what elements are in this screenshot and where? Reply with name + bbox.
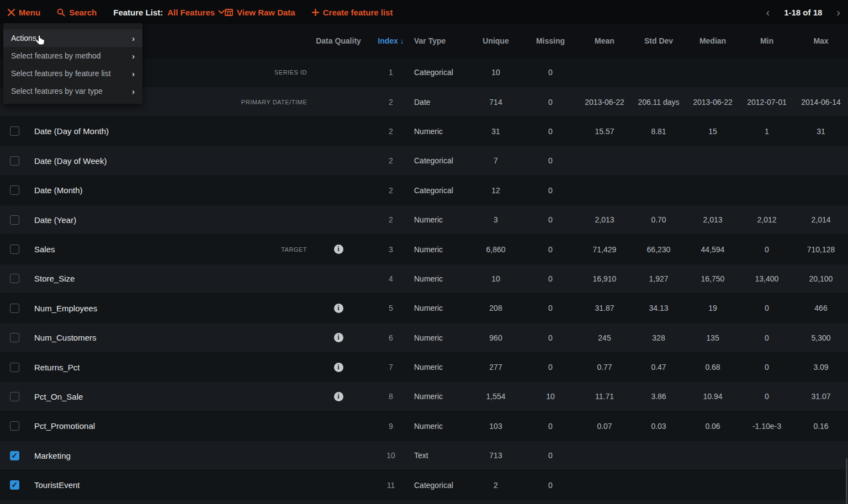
column-header-max[interactable]: Max (794, 36, 848, 45)
table-row[interactable]: Date (Day of Week) i 2 Categorical 7 0 (0, 146, 848, 175)
cell-min: 0 (740, 363, 794, 372)
cell-index: 1 (369, 68, 413, 77)
table-row[interactable]: Marketing i 10 Text 713 0 (0, 441, 848, 470)
row-checkbox[interactable] (10, 333, 19, 342)
column-header-missing[interactable]: Missing (523, 36, 577, 45)
cell-index: 11 (369, 481, 413, 490)
row-checkbox[interactable] (10, 126, 19, 136)
cell-var-type: Numeric (413, 245, 468, 254)
table-body: SERIES ID i 1 Categorical 10 0 PRIMARY D… (0, 57, 848, 500)
cell-max: 710,128 (794, 245, 848, 254)
menu-item-label: Select features by var type (11, 87, 103, 96)
row-checkbox[interactable] (10, 392, 19, 401)
menu-item-select-by-var-type[interactable]: Select features by var type › (3, 82, 142, 100)
menu-item-select-by-feature-list[interactable]: Select features by feature list › (3, 65, 142, 82)
cell-min: 13,400 (740, 274, 794, 283)
column-header-min[interactable]: Min (740, 36, 794, 45)
row-checkbox[interactable] (10, 363, 19, 372)
feature-list-value: All Features (167, 8, 215, 17)
cell-index: 5 (369, 304, 413, 312)
cell-std-dev: 0.03 (632, 422, 686, 431)
info-icon[interactable]: i (334, 392, 343, 401)
table-row[interactable]: Sales TARGET i 3 Numeric 6,860 0 71,429 … (0, 234, 848, 263)
table-row[interactable]: Num_Employees i 5 Numeric 208 0 31.87 34… (0, 293, 848, 322)
cell-std-dev: 34.13 (632, 304, 686, 312)
column-header-data-quality[interactable]: Data Quality (308, 36, 369, 45)
row-checkbox[interactable] (10, 451, 19, 460)
table-row[interactable]: Num_Customers i 6 Numeric 960 0 245 328 … (0, 323, 848, 352)
row-checkbox[interactable] (10, 304, 19, 313)
row-checkbox[interactable] (10, 421, 19, 431)
cell-missing: 0 (523, 363, 577, 372)
chevron-right-icon[interactable]: › (836, 7, 840, 18)
cell-var-type: Numeric (413, 333, 468, 342)
column-header-var-type[interactable]: Var Type (413, 36, 468, 45)
vertical-scrollbar[interactable] (846, 458, 847, 504)
cell-min: 1 (740, 127, 794, 136)
top-toolbar: Menu Search Feature List: All Features V… (0, 0, 848, 24)
table-row[interactable]: Pct_On_Sale i 8 Numeric 1,554 10 11.71 3… (0, 381, 848, 411)
row-checkbox[interactable] (10, 215, 19, 225)
row-checkbox[interactable] (10, 185, 19, 195)
feature-list-label: Feature List: (113, 8, 163, 17)
chevron-left-icon[interactable]: ‹ (766, 7, 770, 18)
feature-list-selector[interactable]: Feature List: All Features (113, 8, 225, 17)
table-row[interactable]: Date (Month) i 2 Categorical 12 0 (0, 176, 848, 205)
app-window: Menu Search Feature List: All Features V… (0, 0, 848, 504)
cell-index: 10 (369, 451, 413, 460)
column-header-std-dev[interactable]: Std Dev (632, 36, 686, 45)
cell-var-type: Numeric (413, 274, 468, 283)
feature-name: Store_Size (34, 274, 75, 283)
cell-var-type: Numeric (413, 304, 468, 312)
feature-name: Num_Customers (34, 333, 97, 342)
feature-name: Date (Day of Month) (34, 126, 109, 136)
feature-badge: PRIMARY DATE/TIME (241, 99, 307, 105)
table-row[interactable]: Store_Size i 4 Numeric 10 0 16,910 1,927… (0, 264, 848, 293)
feature-name: Pct_Promotional (34, 421, 95, 431)
cell-missing: 0 (523, 481, 577, 490)
search-button[interactable]: Search (57, 8, 97, 17)
row-checkbox[interactable] (10, 480, 19, 490)
cell-index: 2 (369, 215, 413, 224)
column-header-unique[interactable]: Unique (468, 36, 523, 45)
menu-item-actions[interactable]: Actions › (3, 29, 142, 47)
partial-next-row (0, 500, 848, 504)
create-feature-list-button[interactable]: Create feature list (312, 8, 393, 17)
menu-item-label: Select features by method (11, 51, 101, 60)
cell-missing: 0 (523, 245, 577, 254)
row-checkbox[interactable] (10, 274, 19, 283)
view-raw-data-button[interactable]: View Raw Data (225, 8, 295, 17)
feature-name: TouristEvent (34, 480, 80, 490)
menu-button[interactable]: Menu (8, 8, 40, 17)
pagination-range: 1-18 of 18 (784, 8, 822, 17)
column-header-mean[interactable]: Mean (577, 36, 632, 45)
menu-item-select-by-method[interactable]: Select features by method › (3, 47, 142, 65)
cell-unique: 3 (468, 215, 523, 224)
cell-index: 2 (369, 156, 413, 165)
table-row[interactable]: Returns_Pct i 7 Numeric 277 0 0.77 0.47 … (0, 352, 848, 381)
column-header-index[interactable]: Index ↓ (369, 36, 413, 45)
column-header-median[interactable]: Median (686, 36, 740, 45)
info-icon[interactable]: i (334, 245, 343, 254)
row-checkbox[interactable] (10, 245, 19, 254)
table-row[interactable]: Date (Day of Month) i 2 Numeric 31 0 15.… (0, 116, 848, 146)
cell-var-type: Numeric (413, 363, 468, 372)
table-row[interactable]: Date (Year) i 2 Numeric 3 0 2,013 0.70 2… (0, 205, 848, 234)
table-row[interactable]: Pct_Promotional i 9 Numeric 103 0 0.07 0… (0, 411, 848, 441)
cell-unique: 208 (468, 304, 523, 312)
row-checkbox[interactable] (10, 156, 19, 166)
cell-unique: 7 (468, 156, 523, 165)
chevron-right-icon: › (132, 34, 135, 43)
feature-name: Pct_On_Sale (34, 392, 83, 401)
info-icon[interactable]: i (334, 333, 343, 342)
info-icon[interactable]: i (334, 304, 343, 313)
cell-min: 2012-07-01 (740, 98, 794, 107)
cell-mean: 31.87 (577, 304, 632, 312)
view-raw-data-label: View Raw Data (237, 8, 295, 17)
info-icon[interactable]: i (334, 363, 343, 372)
cell-index: 7 (369, 363, 413, 372)
table-row[interactable]: TouristEvent i 11 Categorical 2 0 (0, 470, 848, 499)
cell-var-type: Text (413, 451, 468, 460)
feature-badge: SERIES ID (274, 69, 307, 76)
cell-missing: 0 (523, 304, 577, 312)
